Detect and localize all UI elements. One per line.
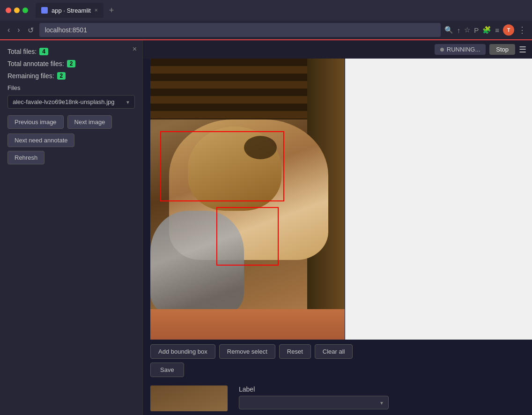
remaining-files-label: Remaining files: [7, 72, 54, 80]
image-panel-row [143, 59, 532, 340]
refresh-button[interactable]: Rehresh [7, 151, 44, 164]
sidebar-close-button[interactable]: × [133, 45, 137, 53]
tab-close-button[interactable]: × [95, 7, 98, 14]
annotation-buttons-row: Add bounding box Remove select Reset Cle… [150, 344, 525, 359]
save-button[interactable]: Save [150, 363, 184, 377]
image-area [143, 59, 345, 340]
clear-all-button[interactable]: Clear all [315, 344, 353, 359]
sidebar: × Total files: 4 Total annotate files: 2… [0, 40, 143, 415]
extension-p-icon[interactable]: P [474, 26, 479, 34]
next-image-button[interactable]: Next image [67, 115, 112, 129]
thumbnail-label-row: Label ▼ [143, 382, 532, 415]
photo-background [150, 59, 345, 340]
running-badge: RUNNING... [435, 44, 486, 55]
streamlit-icon [41, 7, 48, 14]
tab-label: app · Streamlit [52, 7, 91, 14]
active-tab[interactable]: app · Streamlit × [36, 3, 103, 18]
main-content: RUNNING... Stop ☰ [143, 40, 532, 415]
file-select-wrapper: alec-favale-lvzo69e18nk-unsplash.jpg [7, 95, 135, 109]
back-button[interactable]: ‹ [6, 24, 12, 36]
main-topbar: RUNNING... Stop ☰ [143, 40, 532, 59]
label-dropdown[interactable] [239, 396, 389, 409]
remaining-files-row: Remaining files: 2 [7, 72, 135, 80]
label-dropdown-wrapper: ▼ [239, 396, 389, 409]
forward-button[interactable]: › [15, 24, 22, 36]
reset-button[interactable]: Reset [279, 344, 311, 359]
files-section-label: Files [7, 84, 135, 91]
next-need-annotate-button[interactable]: Next need annotate [7, 133, 74, 147]
hamburger-menu-icon[interactable]: ☰ [519, 44, 526, 55]
total-annotate-row: Total annotate files: 2 [7, 60, 135, 67]
label-section: Label ▼ [239, 385, 525, 409]
bookmark-icon[interactable]: ☆ [464, 26, 470, 34]
running-label: RUNNING... [447, 46, 480, 53]
url-bar[interactable] [39, 23, 441, 37]
annotated-image-wrapper [150, 59, 345, 340]
total-files-label: Total files: [7, 48, 37, 55]
next-annotate-wrapper: Next need annotate [7, 129, 135, 147]
right-panel [345, 59, 532, 340]
minimize-window-button[interactable] [14, 7, 20, 13]
remaining-files-badge: 2 [57, 72, 66, 80]
total-files-row: Total files: 4 [7, 48, 135, 55]
extensions-icon[interactable]: 🧩 [482, 26, 491, 34]
total-annotate-label: Total annotate files: [7, 60, 64, 67]
total-annotate-badge: 2 [67, 60, 76, 67]
dog-ear [244, 136, 277, 159]
zoom-icon[interactable]: 🔍 [444, 26, 453, 34]
traffic-lights [6, 7, 28, 13]
close-window-button[interactable] [6, 7, 11, 13]
save-row: Save [150, 363, 525, 377]
add-bounding-box-button[interactable]: Add bounding box [150, 344, 215, 359]
titlebar: app · Streamlit × + [0, 0, 532, 21]
dog-head [188, 126, 281, 211]
reload-button[interactable]: ↺ [26, 24, 36, 37]
app-layout: × Total files: 4 Total annotate files: 2… [0, 40, 532, 415]
maximize-window-button[interactable] [22, 7, 28, 13]
thumbnail [150, 385, 228, 411]
browser-chrome: app · Streamlit × + ‹ › ↺ 🔍 ↑ ☆ P 🧩 ≡ T … [0, 0, 532, 40]
cat-body [150, 211, 244, 314]
previous-image-button[interactable]: Previous image [7, 115, 64, 129]
avatar[interactable]: T [503, 24, 514, 36]
stop-button[interactable]: Stop [489, 44, 515, 55]
new-tab-button[interactable]: + [106, 6, 117, 15]
total-files-badge: 4 [39, 48, 48, 55]
tab-bar: app · Streamlit × + [36, 3, 438, 18]
label-header: Label [239, 385, 525, 393]
floor [150, 309, 345, 340]
file-dropdown[interactable]: alec-favale-lvzo69e18nk-unsplash.jpg [7, 95, 135, 109]
remove-select-button[interactable]: Remove select [219, 344, 275, 359]
bottom-controls: Add bounding box Remove select Reset Cle… [143, 340, 532, 382]
browser-toolbar: ‹ › ↺ 🔍 ↑ ☆ P 🧩 ≡ T ⋮ [0, 21, 532, 40]
toolbar-icons: 🔍 ↑ ☆ P 🧩 ≡ T ⋮ [444, 24, 526, 36]
image-nav-buttons: Previous image Next image [7, 115, 135, 129]
refresh-wrapper: Rehresh [7, 147, 135, 164]
running-dot-icon [440, 48, 444, 52]
menu-dots-icon[interactable]: ⋮ [518, 25, 526, 35]
share-icon[interactable]: ↑ [457, 26, 461, 34]
profile-icon[interactable]: ≡ [495, 26, 499, 34]
annotated-image[interactable] [150, 59, 345, 340]
